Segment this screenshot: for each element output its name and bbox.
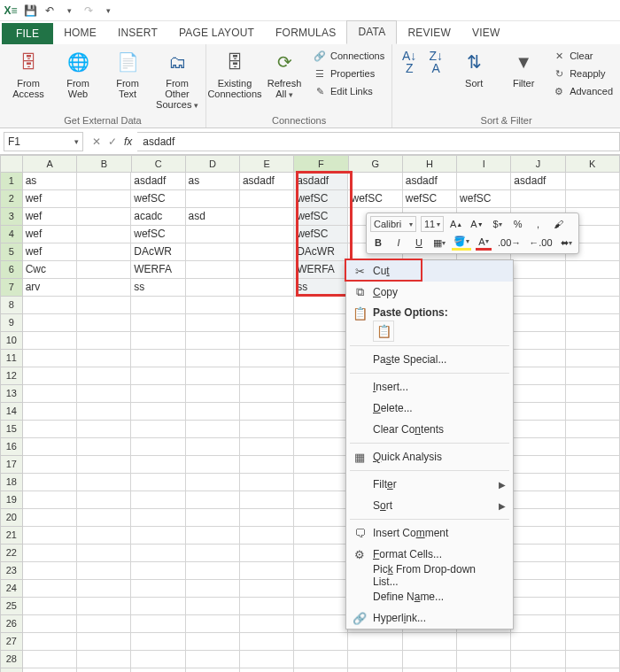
cell-B14[interactable] xyxy=(77,403,131,421)
merge-center-icon[interactable]: ⬌▾ xyxy=(559,235,575,251)
cell-E3[interactable] xyxy=(240,208,294,226)
cell-D17[interactable] xyxy=(186,456,240,474)
cell-E18[interactable] xyxy=(240,474,294,491)
formula-input[interactable]: asdadf xyxy=(137,132,620,151)
cell-A12[interactable] xyxy=(23,367,77,385)
cell-D7[interactable] xyxy=(186,279,240,297)
accounting-format-icon[interactable]: $▾ xyxy=(490,216,506,232)
cell-J22[interactable] xyxy=(511,545,565,562)
row-header-15[interactable]: 15 xyxy=(0,421,23,438)
cancel-icon[interactable]: ✕ xyxy=(92,135,101,148)
cell-E23[interactable] xyxy=(240,562,294,580)
tab-insert[interactable]: INSERT xyxy=(107,22,168,44)
row-header-14[interactable]: 14 xyxy=(0,403,23,421)
cell-G27[interactable] xyxy=(348,633,402,651)
cell-C19[interactable] xyxy=(131,491,185,509)
cell-F17[interactable] xyxy=(294,456,348,474)
decrease-decimal-icon[interactable]: ←.00 xyxy=(527,235,554,251)
row-header-22[interactable]: 22 xyxy=(0,545,23,562)
cell-F13[interactable] xyxy=(294,385,348,403)
cell-K20[interactable] xyxy=(566,509,620,527)
row-header-2[interactable]: 2 xyxy=(0,190,23,208)
cell-F2[interactable]: wefSC xyxy=(294,190,348,208)
cell-A26[interactable] xyxy=(23,615,77,633)
cell-A25[interactable] xyxy=(23,598,77,615)
cell-J25[interactable] xyxy=(511,598,565,615)
cell-A28[interactable] xyxy=(23,651,77,668)
cell-K22[interactable] xyxy=(566,545,620,562)
row-header-29[interactable]: 29 xyxy=(0,668,23,672)
cell-J14[interactable] xyxy=(511,403,565,421)
cell-D3[interactable]: asd xyxy=(186,208,240,226)
cell-B19[interactable] xyxy=(77,491,131,509)
cell-J21[interactable] xyxy=(511,527,565,545)
row-header-3[interactable]: 3 xyxy=(0,208,23,226)
cell-E9[interactable] xyxy=(240,314,294,332)
cell-C17[interactable] xyxy=(131,456,185,474)
row-header-5[interactable]: 5 xyxy=(0,243,23,261)
cell-I1[interactable] xyxy=(457,173,511,190)
ctx-insert[interactable]: Insert... xyxy=(346,376,513,398)
cell-F7[interactable]: ss xyxy=(294,279,348,297)
cell-G28[interactable] xyxy=(348,651,402,668)
cell-B8[interactable] xyxy=(77,297,131,314)
cell-C11[interactable] xyxy=(131,350,185,367)
column-header-H[interactable]: H xyxy=(403,155,457,173)
cell-F24[interactable] xyxy=(294,580,348,598)
row-header-11[interactable]: 11 xyxy=(0,350,23,367)
ctx-delete[interactable]: Delete... xyxy=(346,398,513,419)
cell-F26[interactable] xyxy=(294,615,348,633)
cell-I29[interactable] xyxy=(457,668,511,672)
ctx-format[interactable]: ⚙Format Cells... xyxy=(346,544,513,565)
select-all-corner[interactable] xyxy=(0,155,23,173)
italic-icon[interactable]: I xyxy=(391,235,407,251)
cell-F21[interactable] xyxy=(294,527,348,545)
cell-K27[interactable] xyxy=(566,633,620,651)
cell-D26[interactable] xyxy=(186,615,240,633)
row-header-23[interactable]: 23 xyxy=(0,562,23,580)
ctx-filter[interactable]: Filter▶ xyxy=(346,474,513,495)
cell-K24[interactable] xyxy=(566,580,620,598)
cell-C18[interactable] xyxy=(131,474,185,491)
ctx-pick[interactable]: Pick From Drop-down List... xyxy=(346,565,513,586)
cell-J16[interactable] xyxy=(511,438,565,456)
fx-icon[interactable]: fx xyxy=(124,135,132,148)
cell-D11[interactable] xyxy=(186,350,240,367)
row-header-20[interactable]: 20 xyxy=(0,509,23,527)
cell-J20[interactable] xyxy=(511,509,565,527)
column-header-B[interactable]: B xyxy=(77,155,131,173)
sort-za-button[interactable]: Z↓A xyxy=(424,48,447,76)
cell-E20[interactable] xyxy=(240,509,294,527)
cell-H1[interactable]: asdadf xyxy=(403,173,457,190)
cell-F20[interactable] xyxy=(294,509,348,527)
cell-B4[interactable] xyxy=(77,226,131,243)
cell-B3[interactable] xyxy=(77,208,131,226)
column-header-D[interactable]: D xyxy=(186,155,240,173)
cell-A19[interactable] xyxy=(23,491,77,509)
cell-G1[interactable] xyxy=(348,173,402,190)
sort-az-button[interactable]: A↓Z xyxy=(398,48,421,76)
cell-B7[interactable] xyxy=(77,279,131,297)
cell-F9[interactable] xyxy=(294,314,348,332)
cell-A18[interactable] xyxy=(23,474,77,491)
cell-F3[interactable]: wefSC xyxy=(294,208,348,226)
cell-F22[interactable] xyxy=(294,545,348,562)
cell-C14[interactable] xyxy=(131,403,185,421)
row-header-26[interactable]: 26 xyxy=(0,615,23,633)
cell-D19[interactable] xyxy=(186,491,240,509)
cell-E29[interactable] xyxy=(240,668,294,672)
cell-A16[interactable] xyxy=(23,438,77,456)
cell-E12[interactable] xyxy=(240,367,294,385)
cell-G2[interactable]: wefSC xyxy=(348,190,402,208)
cell-K17[interactable] xyxy=(566,456,620,474)
existing-connections-button[interactable]: 🗄 Existing Connections xyxy=(212,48,258,99)
ctx-comment[interactable]: 🗨Insert Comment xyxy=(346,522,513,544)
cell-B9[interactable] xyxy=(77,314,131,332)
cell-B11[interactable] xyxy=(77,350,131,367)
cell-D28[interactable] xyxy=(186,651,240,668)
cell-D22[interactable] xyxy=(186,545,240,562)
cell-B6[interactable] xyxy=(77,261,131,279)
cell-F5[interactable]: DAcWR xyxy=(294,243,348,261)
row-header-13[interactable]: 13 xyxy=(0,385,23,403)
from-web-button[interactable]: 🌐FromWeb xyxy=(55,48,101,99)
